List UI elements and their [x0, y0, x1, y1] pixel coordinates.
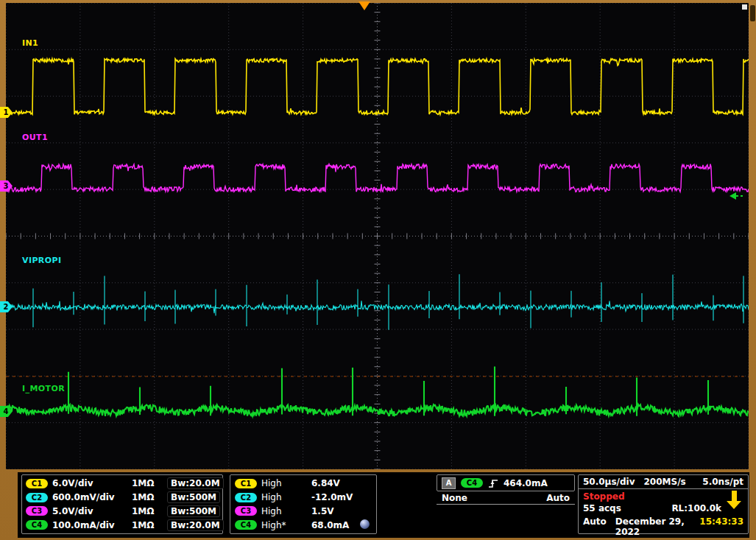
- measurement-value: 6.84V: [311, 478, 372, 488]
- status-sphere-icon: [360, 519, 370, 529]
- measurement-row[interactable]: C3 High 1.5V: [230, 506, 376, 516]
- channel-2-impedance: 1MΩ: [132, 492, 166, 502]
- measurements-panel[interactable]: C1 High 6.84V C2 High -12.0mV C3 High 1.…: [230, 474, 377, 534]
- timebase-scale: 50.0µs/div: [583, 477, 635, 487]
- measurement-name: High*: [261, 520, 310, 530]
- channel-2-bandwidth: Bw:500M: [167, 491, 220, 503]
- channel-3-bandwidth: Bw:500M: [167, 505, 220, 517]
- trigger-level-icon[interactable]: [729, 192, 746, 200]
- channel-settings-row[interactable]: C2 600.0mV/div 1MΩ Bw:500M: [22, 491, 222, 503]
- trigger-mode-row[interactable]: None Auto: [437, 491, 575, 505]
- status-bar: C1 6.0V/div 1MΩ Bw:20.0M C2 600.0mV/div …: [18, 472, 749, 538]
- channel-settings-row[interactable]: C4 100.0mA/div 1MΩ Bw:20.0M: [22, 519, 222, 531]
- measurement-row[interactable]: C2 High -12.0mV: [230, 492, 376, 502]
- timebase-row: 50.0µs/div 200MS/s 5.0ns/pt: [579, 475, 748, 489]
- channel-3-scale: 5.0V/div: [52, 506, 130, 516]
- channel-label-out1: OUT1: [22, 133, 48, 142]
- channel-1-badge[interactable]: C1: [26, 479, 48, 488]
- datetime-row: Auto December 29, 2022 15:43:33: [579, 513, 748, 537]
- oscilloscope-screen: IN1 OUT1 VIPROPI I_MOTOR 1 3 2 4 C1 6.0V…: [0, 0, 756, 540]
- channel-3-badge[interactable]: C3: [235, 506, 257, 516]
- trigger-level-value: 464.0mA: [504, 478, 548, 488]
- channel-2-badge[interactable]: C2: [26, 493, 48, 502]
- rising-edge-icon: [488, 478, 498, 488]
- measurement-name: High: [261, 492, 310, 502]
- measurement-value: 1.5V: [311, 506, 372, 516]
- trigger-panel[interactable]: A C4 464.0mA: [437, 474, 575, 491]
- measurement-value: -12.0mV: [311, 492, 372, 502]
- date-label: December 29, 2022: [615, 516, 690, 537]
- channel-4-bandwidth: Bw:20.0M: [167, 519, 224, 531]
- channel-1-scale: 6.0V/div: [52, 478, 130, 488]
- channel-label-in1: IN1: [22, 38, 38, 48]
- channel-4-badge[interactable]: C4: [26, 520, 48, 530]
- frame-notch: [750, 5, 755, 21]
- channel-1-impedance: 1MΩ: [132, 478, 166, 488]
- measurement-row[interactable]: C1 High 6.84V: [230, 478, 376, 488]
- channel-settings-panel[interactable]: C1 6.0V/div 1MΩ Bw:20.0M C2 600.0mV/div …: [21, 474, 223, 534]
- sample-resolution: 5.0ns/pt: [702, 477, 743, 487]
- waveform-display: IN1 OUT1 VIPROPI I_MOTOR 1 3 2 4: [6, 3, 749, 469]
- channel-settings-row[interactable]: C1 6.0V/div 1MΩ Bw:20.0M: [22, 477, 222, 489]
- channel-2-badge[interactable]: C2: [235, 493, 257, 502]
- measurement-row[interactable]: C4 High* 68.0mA: [230, 520, 376, 530]
- channel-3-badge[interactable]: C3: [26, 506, 48, 516]
- channel-settings-row[interactable]: C3 5.0V/div 1MΩ Bw:500M: [22, 505, 222, 517]
- channel-4-impedance: 1MΩ: [132, 520, 166, 530]
- record-length: RL:100.0k: [671, 503, 721, 513]
- acquisition-count: 55 acqs: [583, 503, 621, 513]
- channel-label-imotor: I_MOTOR: [22, 384, 65, 393]
- acquisition-mode: Auto: [583, 516, 607, 537]
- channel-label-vipropi: VIPROPI: [22, 256, 61, 265]
- sample-rate: 200MS/s: [644, 477, 686, 487]
- acquisition-status: Stopped: [579, 489, 748, 502]
- channel-2-scale: 600.0mV/div: [52, 492, 130, 502]
- trigger-mode: Auto: [546, 493, 570, 503]
- channel-4-scale: 100.0mA/div: [52, 520, 130, 530]
- scroll-down-arrow-icon[interactable]: [727, 491, 741, 509]
- measurement-name: High: [261, 478, 310, 488]
- channel-3-impedance: 1MΩ: [132, 506, 166, 516]
- channel-1-badge[interactable]: C1: [235, 479, 257, 488]
- channel-4-badge[interactable]: C4: [235, 520, 257, 530]
- horizontal-panel[interactable]: 50.0µs/div 200MS/s 5.0ns/pt Stopped 55 a…: [578, 474, 749, 534]
- acquisition-counts-row: 55 acqs RL:100.0k: [579, 502, 748, 513]
- trigger-holdoff: None: [442, 493, 467, 503]
- trigger-source-badge[interactable]: C4: [461, 478, 483, 488]
- channel-1-bandwidth: Bw:20.0M: [167, 477, 224, 489]
- display-corner-button[interactable]: [742, 4, 747, 10]
- waveform-canvas: [6, 3, 749, 469]
- trigger-position-icon[interactable]: [358, 1, 370, 10]
- trigger-bus-badge: A: [442, 477, 456, 489]
- time-label: 15:43:33: [699, 516, 743, 537]
- measurement-name: High: [261, 506, 310, 516]
